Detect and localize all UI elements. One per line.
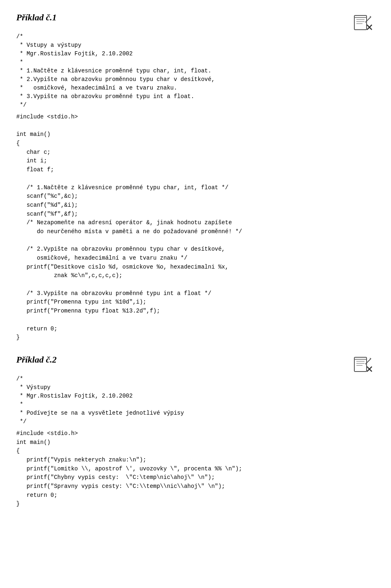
book-icon xyxy=(352,13,373,32)
example1-comment: /* * Vstupy a výstupy * Mgr.Rostislav Fo… xyxy=(16,33,375,109)
example2-comment: /* * Výstupy * Mgr.Rostislav Fojtík, 2.1… xyxy=(16,375,375,426)
example2-title: Příklad č.2 xyxy=(16,354,57,365)
example2-code: #include <stdio.h> int main() { printf("… xyxy=(16,429,375,509)
example1-code: #include <stdio.h> int main() { char c; … xyxy=(16,113,375,342)
example2-title-row: Příklad č.2 xyxy=(16,354,375,375)
book-icon-2 xyxy=(352,355,373,374)
example1-title-row: Příklad č.1 xyxy=(16,12,375,33)
example1-section: Příklad č.1 /* * Vstupy a výstupy * Mgr.… xyxy=(16,12,375,342)
example2-icon xyxy=(350,354,375,375)
example1-icon xyxy=(350,12,375,33)
example2-section: Příklad č.2 /* * Výstupy * Mgr.Rostislav… xyxy=(16,354,375,509)
example1-title: Příklad č.1 xyxy=(16,12,57,23)
